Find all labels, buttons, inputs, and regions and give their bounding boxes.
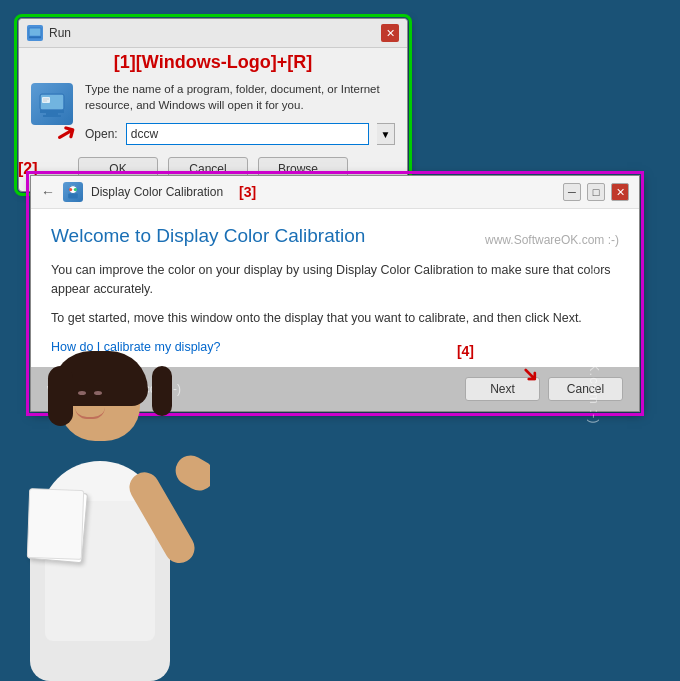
woman-figure xyxy=(0,351,210,681)
run-annotation: [1][Windows-Logo]+[R] xyxy=(19,48,407,73)
run-icon xyxy=(27,25,43,41)
cal-body-text-2: To get started, move this window onto th… xyxy=(51,309,619,328)
run-description: Type the name of a program, folder, docu… xyxy=(85,81,395,113)
svg-rect-1 xyxy=(30,29,41,36)
cal-body-text-1: You can improve the color on your displa… xyxy=(51,261,619,299)
svg-point-13 xyxy=(69,188,72,191)
svg-rect-2 xyxy=(29,37,41,39)
run-dropdown-button[interactable]: ▼ xyxy=(377,123,395,145)
cal-back-button[interactable]: ← xyxy=(41,184,55,200)
cal-title-text: Display Color Calibration xyxy=(91,185,223,199)
cal-heading: Welcome to Display Color Calibration xyxy=(51,225,365,247)
cal-minimize-button[interactable]: ─ xyxy=(563,183,581,201)
run-open-label: Open: xyxy=(85,127,118,141)
side-watermark: www.SoftwareOK.com :-) xyxy=(587,257,602,424)
svg-point-14 xyxy=(74,188,77,191)
cal-label-3: [3] xyxy=(239,184,256,200)
cal-close-button[interactable]: ✕ xyxy=(611,183,629,201)
run-title-label: Run xyxy=(49,26,71,40)
run-close-button[interactable]: ✕ xyxy=(381,24,399,42)
svg-rect-6 xyxy=(46,113,58,115)
run-dialog: Run ✕ [1][Windows-Logo]+[R] Type the nam… xyxy=(18,18,408,192)
run-input[interactable] xyxy=(126,123,369,145)
svg-rect-12 xyxy=(68,194,78,199)
run-title-left: Run xyxy=(27,25,71,41)
run-input-row: Open: ▼ xyxy=(85,123,395,145)
svg-rect-7 xyxy=(43,115,61,117)
run-content: Type the name of a program, folder, docu… xyxy=(85,81,395,145)
svg-rect-5 xyxy=(40,110,64,113)
cal-cancel-button[interactable]: Cancel xyxy=(548,377,623,401)
label-4: [4] xyxy=(457,343,474,359)
cal-title-bar: ← Display Color Calibration [3] ─ □ ✕ xyxy=(31,176,639,209)
cal-icon xyxy=(63,182,83,202)
run-title-bar: Run ✕ xyxy=(19,19,407,48)
cal-title-left: ← Display Color Calibration [3] xyxy=(41,182,256,202)
svg-rect-8 xyxy=(42,97,50,103)
cal-window-controls: ─ □ ✕ xyxy=(563,183,629,201)
cal-watermark-top: www.SoftwareOK.com :-) xyxy=(485,233,619,247)
cal-maximize-button[interactable]: □ xyxy=(587,183,605,201)
cal-body: Welcome to Display Color Calibration www… xyxy=(31,209,639,355)
